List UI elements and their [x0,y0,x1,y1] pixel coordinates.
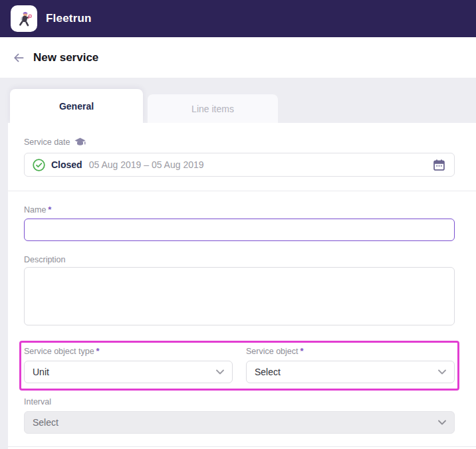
tab-line-items[interactable]: Line items [148,94,278,123]
service-date-label: Service date [24,137,455,147]
check-circle-icon [33,159,45,171]
description-label: Description [24,255,455,264]
required-marker: * [48,205,51,215]
chevron-down-icon [438,420,446,425]
chevron-down-icon [216,369,224,375]
service-object-type-select[interactable]: Unit [24,361,233,383]
annotation-highlight-box: Service object type * Unit Service objec… [19,341,459,391]
calendar-icon[interactable] [432,158,446,172]
service-date-range: 05 Aug 2019 – 05 Aug 2019 [89,159,432,170]
left-gutter [0,123,8,449]
app-title: Fleetrun [46,12,92,25]
section-divider [8,191,476,191]
status-badge: Closed [51,159,82,170]
bottom-divider [8,446,476,447]
interval-select[interactable]: Select [24,411,455,434]
main-area: Service date Closed 05 Aug 2019 – 05 Aug… [0,123,476,449]
graduation-cap-icon [74,137,86,147]
fleetrun-logo[interactable] [11,5,37,32]
service-object-field-group: Service object * Select [246,346,455,383]
description-input[interactable] [24,267,455,325]
fleetrun-runner-icon [15,10,33,28]
page-header: New service [0,37,476,78]
service-object-type-label: Service object type * [24,346,233,356]
name-label: Name * [24,205,455,215]
back-button[interactable] [10,49,27,66]
interval-field-group: Interval Select [24,397,455,434]
arrow-left-icon [12,51,25,64]
app-bar: Fleetrun [0,0,476,37]
service-object-select[interactable]: Select [246,361,455,383]
general-tab-panel: Service date Closed 05 Aug 2019 – 05 Aug… [8,123,476,449]
chevron-down-icon [438,369,446,375]
service-object-type-field-group: Service object type * Unit [24,346,233,383]
page-title: New service [33,51,98,64]
tab-strip: General Line items [0,78,476,123]
service-date-field[interactable]: Closed 05 Aug 2019 – 05 Aug 2019 [24,153,455,177]
select-value: Unit [33,367,49,377]
name-input[interactable] [24,219,455,241]
service-object-label: Service object * [246,346,455,356]
select-value: Select [33,417,59,428]
interval-label: Interval [24,397,455,406]
required-marker: * [300,346,304,356]
select-value: Select [255,367,281,377]
required-marker: * [96,346,100,356]
tab-general[interactable]: General [10,89,143,123]
